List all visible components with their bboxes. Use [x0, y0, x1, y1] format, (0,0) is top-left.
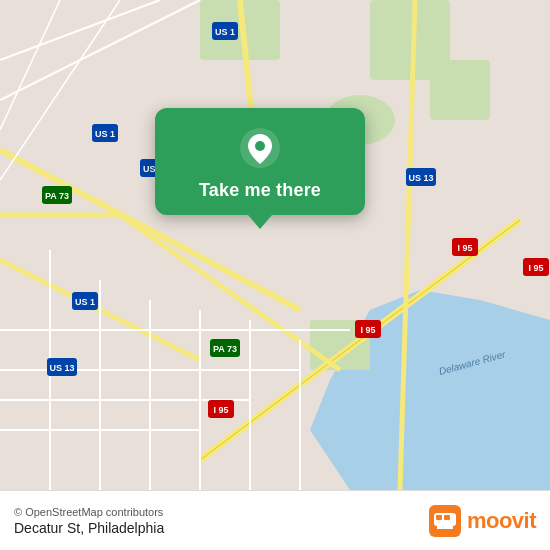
- svg-text:US 13: US 13: [408, 173, 433, 183]
- bottom-bar: © OpenStreetMap contributors Decatur St,…: [0, 490, 550, 550]
- popup-label: Take me there: [199, 180, 321, 201]
- moovit-brand-icon: [429, 505, 461, 537]
- svg-rect-62: [437, 526, 453, 529]
- svg-text:I 95: I 95: [360, 325, 375, 335]
- map-svg: Delaware River: [0, 0, 550, 490]
- popup-card[interactable]: Take me there: [155, 108, 365, 215]
- bottom-left: © OpenStreetMap contributors Decatur St,…: [14, 506, 164, 536]
- moovit-logo: moovit: [429, 505, 536, 537]
- svg-rect-59: [444, 515, 450, 520]
- svg-text:I 95: I 95: [457, 243, 472, 253]
- svg-text:I 95: I 95: [213, 405, 228, 415]
- map-container: Delaware River: [0, 0, 550, 490]
- svg-text:US 13: US 13: [49, 363, 74, 373]
- pin-icon: [238, 126, 282, 170]
- svg-text:PA 73: PA 73: [45, 191, 69, 201]
- location-name: Decatur St, Philadelphia: [14, 520, 164, 536]
- svg-rect-58: [436, 515, 442, 520]
- svg-rect-5: [430, 60, 490, 120]
- svg-text:I 95: I 95: [528, 263, 543, 273]
- svg-text:US 1: US 1: [215, 27, 235, 37]
- attribution: © OpenStreetMap contributors: [14, 506, 164, 518]
- moovit-text: moovit: [467, 508, 536, 534]
- svg-text:PA 73: PA 73: [213, 344, 237, 354]
- svg-text:US 1: US 1: [75, 297, 95, 307]
- svg-point-55: [255, 141, 265, 151]
- svg-text:US 1: US 1: [95, 129, 115, 139]
